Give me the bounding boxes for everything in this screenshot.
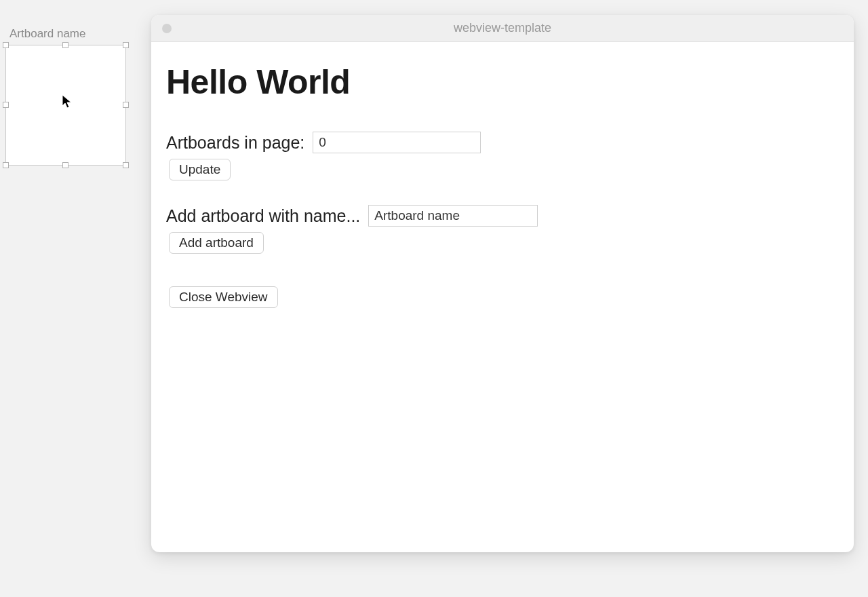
artboard-name-input[interactable]	[368, 205, 538, 227]
selection-handle-bottom-left[interactable]	[3, 162, 9, 168]
window-body: Hello World Artboards in page: Update Ad…	[151, 42, 854, 552]
window-title: webview-template	[151, 21, 854, 35]
canvas-area: Artboard name	[5, 27, 126, 166]
artboard-count-input[interactable]	[313, 132, 481, 153]
selection-handle-bottom-right[interactable]	[123, 162, 129, 168]
artboard[interactable]	[5, 45, 126, 166]
artboard-count-row: Artboards in page:	[166, 132, 839, 153]
webview-window: webview-template Hello World Artboards i…	[151, 15, 854, 552]
selection-handle-middle-left[interactable]	[3, 102, 9, 108]
update-button[interactable]: Update	[169, 159, 231, 180]
cursor-icon	[62, 94, 73, 109]
add-artboard-row: Add artboard with name...	[166, 205, 839, 227]
artboard-count-label: Artboards in page:	[166, 133, 304, 153]
add-artboard-button[interactable]: Add artboard	[169, 232, 264, 254]
selection-handle-bottom-center[interactable]	[62, 162, 68, 168]
window-titlebar[interactable]: webview-template	[151, 15, 854, 42]
selection-handle-top-left[interactable]	[3, 42, 9, 48]
selection-handle-top-right[interactable]	[123, 42, 129, 48]
page-heading: Hello World	[166, 62, 839, 102]
selection-handle-middle-right[interactable]	[123, 102, 129, 108]
add-artboard-label: Add artboard with name...	[166, 206, 360, 226]
traffic-light-close-icon[interactable]	[162, 24, 172, 33]
selection-handle-top-center[interactable]	[62, 42, 68, 48]
artboard-label[interactable]: Artboard name	[9, 27, 126, 41]
close-webview-button[interactable]: Close Webview	[169, 286, 278, 308]
